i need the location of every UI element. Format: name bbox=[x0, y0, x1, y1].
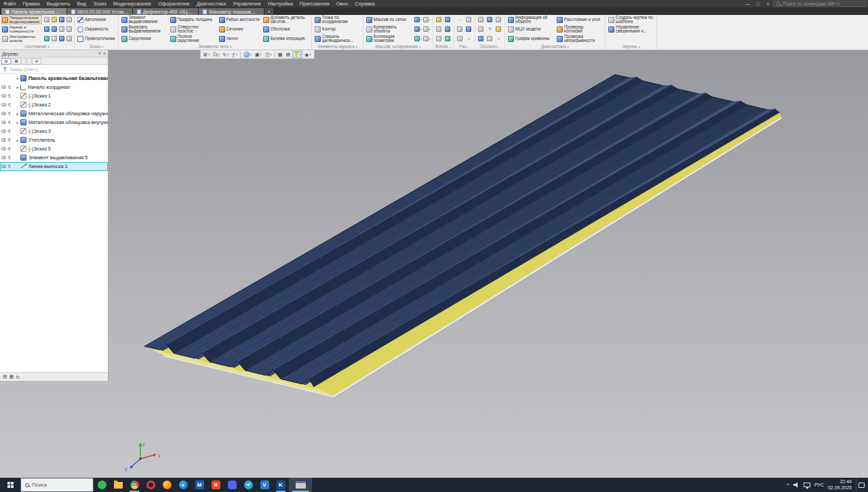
circular-array-icon[interactable]: ▾ bbox=[423, 17, 431, 22]
visibility-eye-icon[interactable] bbox=[1, 147, 6, 150]
ribbon-section-label[interactable]: Эскиз ▾ bbox=[76, 43, 117, 49]
grid-array-button[interactable]: Массив по сетке bbox=[365, 15, 413, 24]
panel-close-icon[interactable]: × bbox=[103, 50, 106, 57]
exclude-icon[interactable]: € bbox=[8, 128, 11, 135]
roughness-icon[interactable] bbox=[496, 17, 501, 22]
datum-icon[interactable] bbox=[487, 17, 492, 22]
taskbar-search[interactable] bbox=[20, 478, 94, 492]
curve-array-icon[interactable]: ▾ bbox=[414, 26, 422, 32]
boolean-button[interactable]: Булева операция bbox=[262, 34, 310, 43]
tray-expand-icon[interactable]: ^ bbox=[787, 482, 789, 489]
mirror-array-icon[interactable]: ▾ bbox=[414, 17, 422, 22]
view-grid-button[interactable]: ⊞▾ bbox=[202, 51, 211, 58]
print-icon[interactable] bbox=[66, 17, 72, 22]
menu-management[interactable]: Управление bbox=[229, 1, 264, 7]
document-tab-3[interactable]: Дефлектор-450 -ОЦ-... bbox=[133, 8, 198, 15]
section-button[interactable]: Сечение bbox=[218, 24, 261, 34]
linked-drawings-button[interactable]: Управление связанными ч... bbox=[607, 24, 655, 34]
dimension-chain-icon[interactable] bbox=[457, 36, 462, 41]
tree-tab-structure[interactable]: ▤ bbox=[1, 58, 11, 64]
taskbar-app-yandex[interactable]: Я bbox=[208, 478, 224, 492]
menu-window[interactable]: Окно bbox=[333, 1, 351, 7]
undo-icon[interactable] bbox=[44, 26, 50, 32]
network-icon[interactable] bbox=[804, 483, 810, 487]
taskbar-app-opera[interactable] bbox=[142, 478, 159, 492]
taskbar-app-telegram[interactable] bbox=[240, 478, 256, 492]
3d-model-roof-panel[interactable] bbox=[144, 75, 782, 398]
tree-item-extrusion5[interactable]: € Элемент выдавливания:5 bbox=[0, 153, 108, 162]
copy-objects-button[interactable]: Копировать объекты bbox=[365, 24, 413, 34]
tree-item-sketch5[interactable]: € (-)Эскиз:5 bbox=[0, 144, 108, 153]
display-style-button[interactable]: ▣▾ bbox=[254, 51, 263, 58]
command-search-input[interactable] bbox=[783, 1, 863, 6]
menu-settings[interactable]: Настройка bbox=[264, 1, 296, 7]
filter-button[interactable]: ▾ bbox=[292, 51, 302, 58]
grid-view-icon[interactable]: ▦ bbox=[9, 373, 14, 381]
tree-tab-history[interactable]: ⊞ bbox=[32, 58, 41, 64]
paste-icon[interactable] bbox=[66, 26, 72, 32]
update-icon[interactable] bbox=[44, 36, 50, 41]
visibility-eye-icon[interactable] bbox=[1, 138, 6, 142]
continuity-check-button[interactable]: Проверка непрерывности bbox=[555, 34, 604, 43]
start-button[interactable] bbox=[0, 478, 20, 492]
taskbar-clock[interactable]: 22:44 02.09.2025 bbox=[828, 479, 852, 491]
tree-item-sketch2[interactable]: € (-)Эскиз:2 bbox=[0, 100, 108, 109]
3d-viewport[interactable]: x y z ⊞▾ ▾ ↻▾ ƒ▾ ▾ ▣▾ ◫▾ ▦ ▤ ▾ ◉▾ bbox=[0, 50, 868, 478]
visibility-eye-icon[interactable] bbox=[1, 121, 6, 124]
tree-search-input[interactable] bbox=[9, 67, 91, 72]
orientation-button[interactable]: ▾ bbox=[242, 51, 253, 58]
taskbar-app-vscode[interactable]: V bbox=[256, 478, 273, 492]
circle-button[interactable]: Окружность bbox=[76, 24, 117, 34]
contour-button[interactable]: Контур bbox=[313, 24, 361, 34]
aux-axis-icon[interactable] bbox=[445, 17, 450, 22]
menu-sketch[interactable]: Эскиз bbox=[90, 1, 110, 7]
local-cs-icon[interactable] bbox=[436, 26, 441, 32]
tree-item-inner-cladding[interactable]: € ▸ Металлическая облицовка внутренняя bbox=[0, 118, 108, 127]
scale-icon[interactable]: ▾ bbox=[423, 36, 431, 41]
tree-item-origin[interactable]: € ▸ Начало координат bbox=[0, 83, 108, 91]
menu-modeling[interactable]: Моделирование bbox=[110, 1, 155, 7]
taskbar-app-edge[interactable]: e bbox=[175, 478, 191, 492]
tree-item-sketch1[interactable]: € (-)Эскиз:1 bbox=[0, 91, 108, 100]
menu-help[interactable]: Справка bbox=[351, 1, 378, 7]
minimize-button[interactable]: — bbox=[743, 0, 753, 7]
create-drawing-button[interactable]: Создать чертеж по шаблону bbox=[607, 15, 655, 24]
aux-plane-icon[interactable] bbox=[436, 17, 441, 22]
points-array-icon[interactable]: ▾ bbox=[423, 26, 431, 32]
control-point-icon[interactable] bbox=[445, 26, 450, 32]
linear-dimension-icon[interactable]: ↔ bbox=[458, 18, 462, 22]
visibility-eye-icon[interactable] bbox=[1, 129, 6, 133]
model-canvas[interactable]: x y z bbox=[0, 50, 868, 478]
tree-item-insulation[interactable]: € ▸ Утеплитель bbox=[0, 136, 108, 144]
close-button[interactable]: × bbox=[763, 0, 773, 7]
menu-applications[interactable]: Приложения bbox=[296, 1, 333, 7]
taskbar-app-firefox[interactable] bbox=[159, 478, 175, 492]
menu-view[interactable]: Вид bbox=[73, 1, 90, 7]
ribbon-section-label[interactable]: Обознач... bbox=[477, 43, 503, 49]
snap-button[interactable]: ▦ bbox=[277, 51, 284, 58]
ribbon-section-label[interactable]: Системная ▾ bbox=[1, 43, 73, 49]
exclude-icon[interactable]: € bbox=[8, 110, 11, 117]
variables-icon[interactable] bbox=[59, 36, 64, 41]
dimension-options-icon[interactable]: ▾ bbox=[468, 37, 469, 41]
point-by-coords-button[interactable]: Точка по координатам bbox=[313, 15, 361, 24]
document-tab-2[interactable]: 0619.00.00.000 Устан... bbox=[67, 8, 132, 15]
document-tab-4[interactable]: Манометр показыв... bbox=[199, 8, 264, 15]
radial-dimension-icon[interactable] bbox=[457, 26, 462, 32]
new-document-button[interactable]: + bbox=[264, 8, 273, 15]
exclude-icon[interactable]: € bbox=[8, 102, 11, 108]
list-view-icon[interactable]: ▤ bbox=[3, 373, 7, 381]
save-icon[interactable] bbox=[59, 17, 64, 22]
distance-angle-button[interactable]: Расстояние и угол bbox=[555, 15, 604, 24]
taskbar-app-whatsapp[interactable] bbox=[94, 478, 110, 492]
action-center-button[interactable] bbox=[856, 478, 867, 492]
ribbon-section-label[interactable]: Диагностика ▾ bbox=[507, 43, 604, 49]
expand-arrow-icon[interactable]: ▸ bbox=[15, 121, 20, 125]
marking-icon[interactable] bbox=[496, 26, 501, 32]
simple-hole-button[interactable]: Отверстие простое bbox=[169, 24, 217, 34]
properties-icon[interactable] bbox=[52, 36, 57, 41]
exclude-icon[interactable]: € bbox=[8, 137, 11, 144]
document-tab-1[interactable]: Панель кровельная... bbox=[1, 8, 66, 15]
object-info-button[interactable]: Информация об объекте bbox=[507, 15, 555, 24]
section-view-button[interactable]: ◫▾ bbox=[264, 51, 273, 58]
